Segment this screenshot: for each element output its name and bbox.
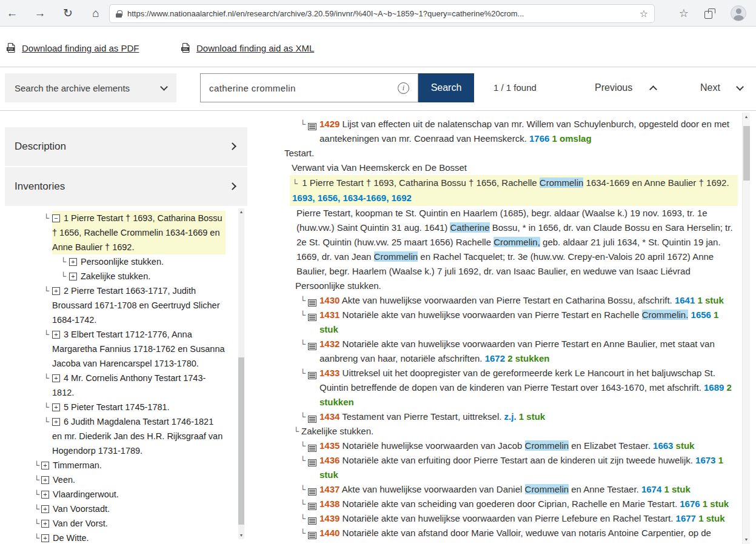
- accordion-inventories[interactable]: Inventories: [5, 167, 247, 206]
- scroll-up-icon[interactable]: ▲: [238, 208, 244, 216]
- tree-node-inner: +2 Pierre Testart 1663-1717, Judith Brou…: [52, 284, 226, 327]
- tree-node[interactable]: └+3 Elbert Testart 1712-1776, Anna Marga…: [5, 327, 247, 371]
- tree-node[interactable]: └+Veen.: [5, 473, 247, 487]
- tree-branch-glyph: └: [34, 531, 39, 544]
- tree-node-label: Veen.: [53, 475, 75, 485]
- expand-icon[interactable]: +: [41, 491, 49, 499]
- expand-icon[interactable]: +: [41, 476, 49, 484]
- xml-file-icon: XML: [181, 42, 191, 53]
- inventory-item-row[interactable]: └1437 Akte van huwelijkse voorwaarden va…: [276, 482, 738, 497]
- scroll-down-icon[interactable]: ▼: [238, 532, 244, 539]
- next-result-button[interactable]: Next: [700, 73, 743, 102]
- refresh-icon[interactable]: ↻: [59, 5, 76, 22]
- date-value: 1656: [691, 310, 711, 320]
- download-pdf-link[interactable]: PDF Download finding aid as PDF: [6, 42, 139, 53]
- forward-icon[interactable]: →: [32, 5, 49, 22]
- inventory-item-row[interactable]: └1431 Notariële akte van huwelijkse voor…: [276, 308, 738, 337]
- tree-node[interactable]: └+De Witte.: [5, 531, 247, 544]
- inventory-item-row[interactable]: └1433 Uittreksel uit het doopregister va…: [276, 366, 738, 410]
- inventory-number: 1431: [319, 310, 340, 320]
- inventory-item-row[interactable]: └1434 Testament van Pierre Testart, uitt…: [276, 410, 738, 424]
- expand-icon[interactable]: +: [52, 287, 60, 295]
- previous-result-button[interactable]: Previous: [595, 73, 656, 102]
- tree-node-inner: +4 Mr. Cornelis Anthony Testart 1743-181…: [52, 371, 226, 400]
- home-icon[interactable]: ⌂: [87, 5, 104, 22]
- svg-text:XML: XML: [182, 48, 189, 51]
- tree-branch-glyph: └: [300, 117, 306, 131]
- tree-node-inner: +Timmerman.: [41, 458, 226, 473]
- tree-node[interactable]: └+Persoonlijke stukken.: [5, 254, 247, 269]
- search-scope-dropdown[interactable]: Search the archive elements: [5, 73, 176, 102]
- scroll-up-icon[interactable]: ▲: [743, 113, 750, 121]
- collapse-icon[interactable]: −: [52, 214, 60, 222]
- accordion-description[interactable]: Description: [5, 127, 247, 166]
- expand-icon[interactable]: +: [52, 374, 60, 382]
- previous-label: Previous: [595, 82, 632, 93]
- tree-node-label: Zakelijke stukken.: [81, 271, 150, 281]
- expand-icon[interactable]: +: [69, 273, 77, 280]
- date-value: 1766: [529, 133, 549, 144]
- tree-node[interactable]: └+Van der Vorst.: [5, 516, 247, 531]
- sidebar-scrollbar-thumb[interactable]: [238, 357, 244, 525]
- inventory-number: 1439: [319, 513, 340, 523]
- extent-value: 1 stuk: [703, 499, 729, 509]
- tree-node[interactable]: └+4 Mr. Cornelis Anthony Testart 1743-18…: [5, 371, 247, 400]
- inventory-item-row[interactable]: └1430 Akte van huwelijkse voorwaarden va…: [276, 293, 738, 308]
- search-button[interactable]: Search: [418, 73, 474, 102]
- inventory-item-row[interactable]: └1438 Notariële akte van scheiding van g…: [276, 497, 738, 511]
- expand-icon[interactable]: +: [41, 505, 49, 513]
- info-icon[interactable]: i: [398, 82, 409, 94]
- inventory-number: 1432: [319, 339, 340, 349]
- expand-icon[interactable]: +: [52, 403, 60, 411]
- address-bar[interactable]: https://www.nationaalarchief.nl/en/resea…: [109, 4, 655, 23]
- results-list: └1429 Lijst van effecten uit de nalatens…: [276, 111, 741, 544]
- tree-branch-glyph: └: [44, 327, 49, 342]
- next-label: Next: [700, 82, 720, 93]
- text-segment: Notariële akte van erfuiting door Pierre…: [340, 455, 695, 465]
- tree-node[interactable]: └+2 Pierre Testart 1663-1717, Judith Bro…: [5, 284, 247, 327]
- tree-node[interactable]: └+Van Voorstadt.: [5, 502, 247, 516]
- tree-node-label: Persoonlijke stukken.: [81, 257, 164, 267]
- inventory-doc-icon: [308, 413, 316, 420]
- tree-node[interactable]: └+Zakelijke stukken.: [5, 269, 247, 284]
- tree-node-label: Vlaardingerwout.: [53, 489, 119, 499]
- scroll-down-icon[interactable]: ▼: [743, 536, 750, 544]
- inventory-item-row[interactable]: └1439 Notariële akte van huwelijkse voor…: [276, 511, 738, 526]
- collections-icon[interactable]: [704, 8, 715, 18]
- expand-icon[interactable]: +: [41, 534, 49, 542]
- tree-node-label: Timmerman.: [53, 460, 102, 470]
- favorites-icon[interactable]: ☆: [679, 7, 689, 20]
- tree-node[interactable]: └+6 Judith Magdalena Testart 1746-1821 e…: [5, 414, 247, 458]
- pdf-file-icon: PDF: [6, 42, 16, 53]
- main-scrollbar-thumb[interactable]: [743, 126, 750, 181]
- tree-node-inner: +6 Judith Magdalena Testart 1746-1821 en…: [52, 414, 226, 458]
- favorite-star-icon[interactable]: ☆: [640, 8, 648, 19]
- inventory-item-row[interactable]: └1436 Notariële akte van erfuiting door …: [276, 453, 738, 482]
- profile-avatar[interactable]: [731, 5, 746, 21]
- expand-icon[interactable]: +: [41, 462, 49, 469]
- tree-branch-glyph: └: [300, 308, 306, 322]
- inventory-item-row[interactable]: └1429 Lijst van effecten uit de nalatens…: [276, 117, 738, 146]
- search-scope-label: Search the archive elements: [15, 83, 161, 93]
- extent-value: 1 stuk: [664, 484, 690, 494]
- expand-icon[interactable]: +: [52, 418, 60, 426]
- inventory-item-row[interactable]: └1440 Notariële akte van afstand door Ma…: [276, 526, 738, 544]
- tree-node[interactable]: └+Vlaardingerwout.: [5, 487, 247, 502]
- divider: [0, 67, 756, 67]
- back-icon[interactable]: ←: [4, 5, 21, 22]
- tree-node-inner: +Persoonlijke stukken.: [69, 254, 226, 269]
- highlighted-result-row[interactable]: └1 Pierre Testart † 1693, Catharina Boss…: [290, 175, 738, 206]
- search-input[interactable]: [200, 73, 418, 102]
- tree-node-label: 1 Pierre Testart † 1693, Catharina Bossu…: [52, 213, 222, 252]
- inventory-item-row[interactable]: └1432 Notariële akte van huwelijkse voor…: [276, 337, 738, 366]
- expand-icon[interactable]: +: [41, 520, 49, 528]
- download-xml-link[interactable]: XML Download finding aid as XML: [181, 42, 314, 53]
- tree-node[interactable]: └+Timmerman.: [5, 458, 247, 473]
- tree-node[interactable]: └−1 Pierre Testart † 1693, Catharina Bos…: [5, 211, 247, 254]
- inventory-doc-icon: [308, 456, 316, 463]
- content-text-row: Persoonlijke stukken.: [276, 279, 738, 293]
- tree-node[interactable]: └+5 Pieter Testart 1745-1781.: [5, 400, 247, 414]
- inventory-item-row[interactable]: └1435 Notariële huwelijkse voorwaarden v…: [276, 439, 738, 453]
- expand-icon[interactable]: +: [69, 258, 77, 266]
- expand-icon[interactable]: +: [52, 331, 60, 339]
